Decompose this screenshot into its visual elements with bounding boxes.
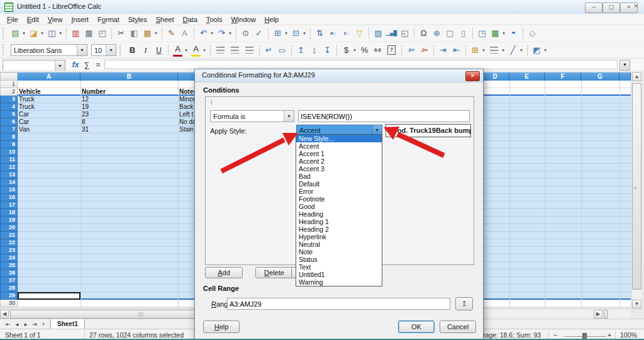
next-sheet-button[interactable]: ▸ xyxy=(21,320,30,329)
row-header-4[interactable]: 4 xyxy=(0,103,18,111)
align-center-icon[interactable] xyxy=(228,43,242,57)
menu-styles[interactable]: Styles xyxy=(124,14,152,25)
sort-icon[interactable]: ⇅ xyxy=(314,26,326,40)
menu-help[interactable]: Help xyxy=(260,14,284,25)
style-option-heading-1[interactable]: Heading 1 xyxy=(296,218,382,225)
sheet-tab-sheet1[interactable]: Sheet1 xyxy=(50,319,85,329)
increase-indent-icon[interactable]: ⇥ xyxy=(437,43,449,57)
font-size-dropdown-icon[interactable]: ▼ xyxy=(106,45,116,55)
sort-descending-icon[interactable]: z↓ xyxy=(340,26,352,40)
date-format-icon[interactable]: 7 xyxy=(385,43,398,57)
condition-type-dropdown-icon[interactable]: ▼ xyxy=(284,111,294,122)
column-header-B[interactable]: B xyxy=(80,72,178,81)
column-header-F[interactable]: F xyxy=(545,72,581,81)
add-decimal-icon[interactable]: .0+ xyxy=(405,43,417,57)
border-color-dropdown-icon[interactable]: ▾ xyxy=(519,48,524,53)
style-option-note[interactable]: Note xyxy=(296,248,382,256)
border-color-icon[interactable]: ╱▾ xyxy=(507,43,524,57)
shrink-range-icon[interactable]: ↥ xyxy=(455,297,473,310)
print-icon[interactable]: ▦ xyxy=(83,26,95,40)
row-header-27[interactable]: 27 xyxy=(0,277,18,285)
style-option-accent[interactable]: Accent xyxy=(296,142,382,150)
style-option-new-style[interactable]: New Style... xyxy=(296,135,382,142)
column-header-E[interactable]: E xyxy=(509,72,545,81)
row-header-8[interactable]: 8 xyxy=(0,133,18,141)
row-header-20[interactable]: 20 xyxy=(0,224,18,232)
active-cell-A29[interactable] xyxy=(18,292,80,300)
zoom-slider-thumb[interactable] xyxy=(582,333,587,340)
number-format-icon[interactable]: 0.0 xyxy=(372,43,384,57)
row-header-16[interactable]: 16 xyxy=(0,194,18,201)
undo-icon[interactable]: ↶▾ xyxy=(197,26,214,40)
row-header-22[interactable]: 22 xyxy=(0,239,18,247)
sort-ascending-icon[interactable]: a↓ xyxy=(327,26,339,40)
spelling-icon[interactable]: ✓ xyxy=(253,26,265,40)
row-header-29[interactable]: 29 xyxy=(0,292,18,300)
scroll-right-icon[interactable]: ▶ xyxy=(594,310,602,319)
menu-sheet[interactable]: Sheet xyxy=(152,14,179,25)
redo-icon[interactable]: ↷▾ xyxy=(216,26,233,40)
save-icon[interactable]: ◫▾ xyxy=(46,26,63,40)
column-header-A[interactable]: A xyxy=(18,72,80,81)
freeze-panes-icon[interactable]: ◓ xyxy=(508,26,519,40)
insert-rows-icon[interactable]: ⊞▾ xyxy=(272,26,289,40)
style-option-accent-3[interactable]: Accent 3 xyxy=(296,165,382,173)
last-sheet-button[interactable]: ⇥ xyxy=(30,320,39,329)
menu-insert[interactable]: Insert xyxy=(67,14,93,25)
style-option-text[interactable]: Text xyxy=(296,263,382,271)
insert-textbox-icon[interactable]: ▯ xyxy=(457,26,469,40)
insert-sheet-button[interactable]: + xyxy=(39,320,48,329)
row-header-11[interactable]: 11 xyxy=(0,156,18,164)
style-option-neutral[interactable]: Neutral xyxy=(296,241,382,248)
insert-columns-icon[interactable]: ⊟▾ xyxy=(290,26,307,40)
row-header-28[interactable]: 28 xyxy=(0,285,18,292)
font-size-dropdown[interactable]: 10▼ xyxy=(91,44,116,56)
row-header-5[interactable]: 5 xyxy=(0,111,18,118)
bold-icon[interactable]: B xyxy=(126,43,138,57)
style-option-warning[interactable]: Warning xyxy=(296,278,382,286)
style-option-status[interactable]: Status xyxy=(296,256,382,263)
paste-icon[interactable]: ▩▾ xyxy=(142,26,158,40)
data-table-icon[interactable]: ▦▾ xyxy=(489,26,506,40)
delete-decimal-icon[interactable]: .0× xyxy=(418,43,430,57)
condition-formula-input[interactable] xyxy=(298,110,470,122)
row-header-6[interactable]: 6 xyxy=(0,118,18,126)
menu-window[interactable]: Window xyxy=(226,14,260,25)
underline-icon[interactable]: U xyxy=(153,43,165,57)
row-header-18[interactable]: 18 xyxy=(0,209,18,217)
row-header-2[interactable]: 2 xyxy=(0,88,18,96)
zoom-out-icon[interactable]: − xyxy=(553,331,557,339)
style-option-heading-2[interactable]: Heading 2 xyxy=(296,225,382,233)
wrap-text-icon[interactable]: ↵ xyxy=(263,43,275,57)
row-header-3[interactable]: 3 xyxy=(0,96,18,103)
merge-cells-icon[interactable]: ▭ xyxy=(276,43,288,57)
style-option-accent-1[interactable]: Accent 1 xyxy=(296,150,382,157)
center-vertically-icon[interactable]: ↨ xyxy=(308,43,320,57)
align-bottom-icon[interactable]: ↧ xyxy=(321,43,333,57)
style-option-untitled1[interactable]: Untitled1 xyxy=(296,271,382,278)
insert-rows-dropdown-icon[interactable]: ▾ xyxy=(284,31,289,36)
row-header-15[interactable]: 15 xyxy=(0,186,18,194)
dialog-title-bar[interactable]: Conditional Formatting for A3:AMJ29 × xyxy=(195,69,483,82)
cut-icon[interactable]: ✂ xyxy=(115,26,127,40)
menu-edit[interactable]: Edit xyxy=(23,14,43,25)
export-pdf-icon[interactable]: ▥ xyxy=(70,26,82,40)
percent-format-icon[interactable]: % xyxy=(358,43,370,57)
borders-dropdown-icon[interactable]: ▾ xyxy=(481,48,486,53)
sum-icon[interactable]: ∑ xyxy=(82,60,92,70)
style-option-hyperlink[interactable]: Hyperlink xyxy=(296,233,382,241)
undo-dropdown-icon[interactable]: ▾ xyxy=(209,31,214,36)
special-character-icon[interactable]: Ω xyxy=(418,26,430,40)
equals-icon[interactable]: = xyxy=(93,60,103,70)
font-color-dropdown-icon[interactable]: ▾ xyxy=(184,48,189,53)
scroll-left-icon[interactable]: ◀ xyxy=(0,310,9,319)
headers-footers-icon[interactable]: ◳ xyxy=(476,26,488,40)
row-header-13[interactable]: 13 xyxy=(0,171,18,179)
ok-button[interactable]: OK xyxy=(398,320,435,333)
column-header-G[interactable]: G xyxy=(581,72,619,81)
pivot-table-icon[interactable]: ◱ xyxy=(399,26,411,40)
style-option-accent-2[interactable]: Accent 2 xyxy=(296,157,382,165)
select-all-corner[interactable] xyxy=(0,72,18,81)
function-wizard-icon[interactable]: fx xyxy=(70,60,80,70)
conditional-formatting-dropdown-icon[interactable]: ▾ xyxy=(543,48,548,53)
